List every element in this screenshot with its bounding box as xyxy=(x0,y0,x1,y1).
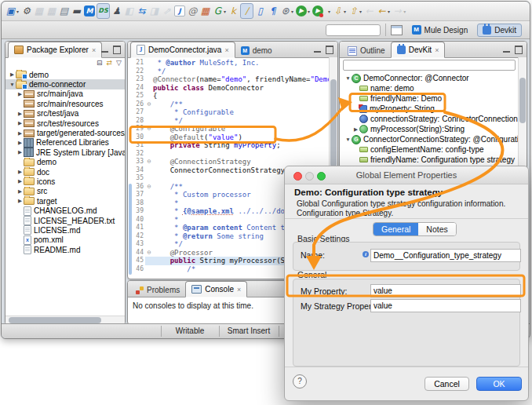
tree-item-readme-md[interactable]: README.md xyxy=(5,245,125,254)
expand-arrow-icon[interactable]: ▶ xyxy=(16,149,24,155)
tree-item-pom-xml[interactable]: pom.xml xyxy=(5,235,125,245)
tree-item-demo-connector[interactable]: ▼demo-connector xyxy=(5,79,125,89)
save-all-icon[interactable]: ▦ xyxy=(46,4,57,18)
expand-arrow-icon[interactable]: ▶ xyxy=(16,140,24,146)
code-line-23[interactable]: 23@Connector(name="demo", friendlyName="… xyxy=(128,75,330,84)
show-whitespace-icon[interactable]: ¶ xyxy=(267,4,279,18)
tab-package-explorer[interactable]: Package Explorer × xyxy=(8,42,102,58)
tab-devkit[interactable]: DevKit × xyxy=(391,42,446,58)
dropdown-arrow-icon[interactable]: ▾ xyxy=(403,9,406,14)
close-window-icon[interactable] xyxy=(293,172,302,181)
scrollbar-thumb[interactable] xyxy=(9,317,101,323)
tree-item-demo[interactable]: ▶demo xyxy=(5,70,125,79)
code-line-26[interactable]: 26⊖ /** xyxy=(128,100,330,109)
tree-item-friendlyname-demo[interactable]: friendlyName: Demo xyxy=(341,93,518,104)
perspective-devkit[interactable]: Devkit xyxy=(477,24,522,37)
settings-gear-icon[interactable]: ⚙ xyxy=(20,4,32,18)
dropdown-arrow-icon[interactable]: ▾ xyxy=(344,9,346,14)
dropdown-arrow-icon[interactable]: ▾ xyxy=(291,9,293,14)
grid-palette-icon[interactable]: ▦ xyxy=(199,4,211,18)
tree-item-myprocessor-string-string[interactable]: ▶myProcessor(String):String xyxy=(341,124,518,134)
tree-item-icons[interactable]: ▶icons xyxy=(5,177,125,186)
fold-marker-icon[interactable]: ⊖ xyxy=(145,249,153,257)
dropdown-arrow-icon[interactable]: ▾ xyxy=(388,9,390,14)
external-tools-icon[interactable]: ⇧▾ xyxy=(348,4,363,18)
zoom-window-icon[interactable] xyxy=(317,172,326,181)
tree-item-connectionstrategy-connectorconnectionstr[interactable]: connectionStrategy: ConnectorConnectionS… xyxy=(341,114,518,124)
fold-marker-icon[interactable]: ⊖ xyxy=(145,158,153,166)
push-icon[interactable]: ⇗ xyxy=(161,4,173,18)
close-icon[interactable]: × xyxy=(92,46,96,54)
fold-marker-icon[interactable]: ⊖ xyxy=(145,125,153,133)
tree-item-changelog-md[interactable]: CHANGELOG.md xyxy=(5,206,125,215)
expand-arrow-icon[interactable]: ▶ xyxy=(352,126,359,133)
scrollbar-thumb[interactable] xyxy=(330,79,337,167)
tree-item-connectorconnectionstrategy-configuration[interactable]: ▼GConnectorConnectionStrategy: @Configur… xyxy=(341,134,518,144)
fold-marker-icon[interactable]: ⊖ xyxy=(145,100,153,109)
tree-item-src-main-resources[interactable]: src/main/resources xyxy=(5,99,125,108)
tree-item-doc[interactable]: ▶doc xyxy=(5,167,125,177)
link-with-editor-icon[interactable]: ⇄ xyxy=(107,59,113,67)
code-line-31[interactable]: 31 private String myProperty; xyxy=(128,141,330,150)
maximize-icon[interactable] xyxy=(515,46,523,54)
minimize-icon[interactable] xyxy=(503,46,510,53)
java-element-icon[interactable]: J xyxy=(173,4,186,18)
expand-arrow-icon[interactable]: ▶ xyxy=(16,178,24,184)
code-line-21[interactable]: 21 * @author MuleSoft, Inc. xyxy=(128,59,330,68)
dropdown-arrow-icon[interactable]: ▾ xyxy=(328,9,330,14)
expand-arrow-icon[interactable]: ▶ xyxy=(16,91,24,97)
profile-icon[interactable]: ▶▾ xyxy=(312,4,331,18)
annotation-icon[interactable]: @ xyxy=(187,4,199,18)
code-line-22[interactable]: 22 */ xyxy=(128,68,330,76)
dropdown-arrow-icon[interactable]: ▾ xyxy=(224,9,226,14)
minimize-icon[interactable] xyxy=(101,46,108,53)
code-line-24[interactable]: 24public class DemoConnector xyxy=(128,84,330,93)
code-line-28[interactable]: 28 */ xyxy=(128,117,330,126)
tree-item-referenced-libraries[interactable]: ▶Referenced Libraries xyxy=(5,138,125,148)
ok-button[interactable]: OK xyxy=(476,377,522,391)
tree-item-jre-system-library-java-se-7[interactable]: ▶JRE System Library [Java SE 7 xyxy=(5,148,125,157)
forward-icon[interactable]: →▾ xyxy=(392,4,406,18)
minimize-icon[interactable] xyxy=(314,46,321,53)
tab-general[interactable]: General xyxy=(373,223,418,235)
debug-icon[interactable]: ⊛▾ xyxy=(279,4,294,18)
sync-icon[interactable]: ⇆ xyxy=(136,4,148,18)
minimize-window-icon[interactable] xyxy=(305,172,314,181)
copy-icon[interactable]: ◧ xyxy=(123,4,135,18)
back-icon[interactable]: ← xyxy=(363,4,375,18)
tree-item-target-generated-sources-mule[interactable]: ▶target/generated-sources/mule xyxy=(5,128,125,137)
cancel-button[interactable]: Cancel xyxy=(425,377,469,391)
expand-arrow-icon[interactable]: ▶ xyxy=(16,198,24,204)
mule-project-icon[interactable]: M xyxy=(83,4,96,18)
tree-item-name-demo[interactable]: name: demo xyxy=(341,83,518,93)
save-icon[interactable]: ▦ xyxy=(33,4,45,18)
dropdown-arrow-icon[interactable]: ▾ xyxy=(359,9,362,14)
tree-item-src[interactable]: ▶src xyxy=(5,187,125,196)
tree-item-demo[interactable]: demo xyxy=(5,158,125,167)
tab-problems[interactable]: Problems xyxy=(130,283,185,297)
open-perspective-icon[interactable] xyxy=(391,25,403,35)
tree-item-democonnector-connector[interactable]: ▼CDemoConnector: @Connector xyxy=(341,73,518,83)
tab-console[interactable]: Console × xyxy=(185,281,247,297)
my-strategy-property-field[interactable] xyxy=(370,299,521,312)
devkit-filter-input[interactable] xyxy=(343,60,516,71)
maximize-icon[interactable] xyxy=(326,46,333,54)
mule-studio-icon[interactable]: DS xyxy=(97,3,110,19)
tree-item-license-header-txt[interactable]: LICENSE_HEADER.txt xyxy=(5,216,125,225)
code-line-33[interactable]: 33⊖ @ConnectionStrategy xyxy=(128,158,330,166)
run-last-tool-icon[interactable]: ⇩▾ xyxy=(332,4,347,18)
tree-item-friendlyname-configuration-type-strategy[interactable]: friendlyName: Configuration type strateg… xyxy=(341,155,518,165)
quick-access-input[interactable] xyxy=(326,24,381,36)
key-icon[interactable]: k xyxy=(228,4,239,18)
fold-marker-icon[interactable]: ⊖ xyxy=(145,183,153,192)
expand-arrow-icon[interactable]: ▼ xyxy=(344,75,352,81)
block-selection-icon[interactable]: ▯ xyxy=(254,4,266,18)
expand-arrow-icon[interactable]: ▶ xyxy=(16,120,24,126)
tab-notes[interactable]: Notes xyxy=(418,223,455,235)
perspective-mule-design[interactable]: Mule Design xyxy=(407,24,473,36)
code-line-32[interactable]: 32 xyxy=(128,150,330,159)
close-icon[interactable]: × xyxy=(435,46,439,54)
code-line-27[interactable]: 27 * Configurable xyxy=(128,108,330,117)
user-lock-icon[interactable]: ♟ xyxy=(111,4,122,18)
my-property-field[interactable] xyxy=(370,284,521,297)
